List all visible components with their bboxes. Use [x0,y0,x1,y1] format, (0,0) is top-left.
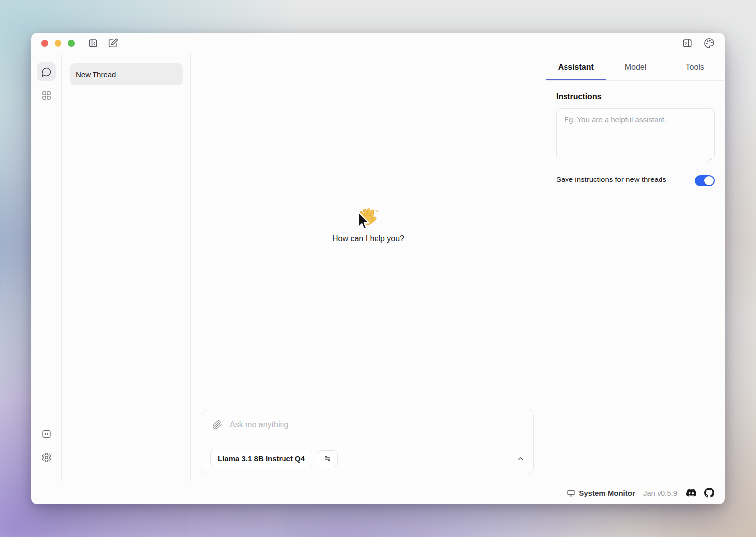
icon-rail [31,54,62,481]
resize-grip-icon[interactable] [706,153,712,159]
minimize-window-button[interactable] [55,40,62,47]
github-icon[interactable] [704,488,714,498]
greeting-text: How can I help you? [191,234,546,243]
right-panel: Assistant Model Tools Instructions Save … [546,54,725,481]
message-composer: Llama 3.1 8B Instruct Q4 [202,410,534,474]
local-api-server-icon [41,429,52,439]
save-instructions-toggle[interactable] [695,175,715,186]
settings-gear-icon [41,452,52,463]
app-version: Jan v0.5.9 [643,489,677,497]
empty-state-greeting: How can I help you? [191,206,546,243]
model-selector-button[interactable]: Llama 3.1 8B Instruct Q4 [210,450,312,467]
thread-list-item[interactable]: New Thread [70,63,183,85]
collapse-left-panel-icon[interactable] [88,38,98,49]
toggle-right-panel-icon[interactable] [682,38,693,49]
tab-tools[interactable]: Tools [665,54,725,80]
desktop-background: New Thread [0,0,756,537]
sidebar-item-threads[interactable] [37,62,56,81]
status-bar: System Monitor Jan v0.5.9 [31,481,725,504]
sidebar-item-hub[interactable] [37,86,56,105]
apps-grid-icon [41,90,52,101]
thread-list: New Thread [62,54,191,481]
chat-bubble-icon [41,67,52,77]
sidebar-item-local-api-server[interactable] [37,424,56,443]
zoom-window-button[interactable] [68,40,75,47]
close-window-button[interactable] [41,40,48,47]
system-monitor-label: System Monitor [579,489,635,497]
model-settings-button[interactable] [317,450,338,467]
waving-hand-emoji [358,206,379,227]
traffic-lights [41,40,75,47]
titlebar-right-icons [682,38,715,49]
window-body: New Thread [31,54,725,481]
chat-input[interactable] [229,420,523,430]
chevron-up-icon[interactable] [516,454,525,463]
system-monitor-button[interactable]: System Monitor [567,489,635,497]
sidebar-item-settings[interactable] [37,448,56,467]
instructions-field-wrap [556,108,715,162]
titlebar [31,33,725,54]
instructions-heading: Instructions [556,92,715,101]
tab-assistant[interactable]: Assistant [546,54,606,80]
save-instructions-label: Save instructions for new threads [556,173,666,186]
new-thread-compose-icon[interactable] [107,38,118,49]
save-instructions-row: Save instructions for new threads [556,173,715,186]
chat-area: How can I help you? Llama 3.1 8B Instruc… [191,54,546,481]
toggle-knob [704,176,714,185]
instructions-textarea[interactable] [556,108,715,160]
discord-icon[interactable] [686,488,696,498]
theme-palette-icon[interactable] [704,38,715,49]
thread-title: New Thread [76,70,116,79]
panel-tabs: Assistant Model Tools [546,54,725,81]
titlebar-left-icons [88,38,118,49]
paperclip-icon[interactable] [212,420,222,430]
tab-model[interactable]: Model [606,54,665,80]
sliders-icon [323,454,332,463]
jan-app-window: New Thread [31,33,725,504]
monitor-icon [567,489,575,497]
